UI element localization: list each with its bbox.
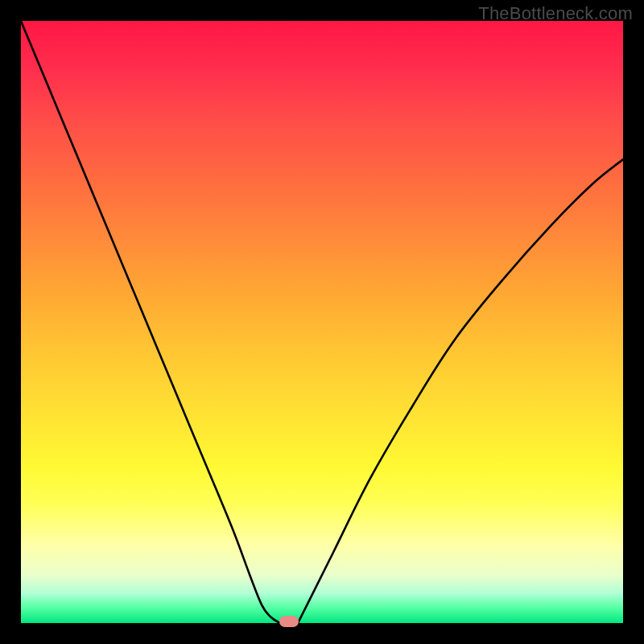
watermark-text: TheBottleneck.com [478,3,633,24]
optimal-point-marker [279,616,299,627]
chart-gradient-area [21,21,623,623]
